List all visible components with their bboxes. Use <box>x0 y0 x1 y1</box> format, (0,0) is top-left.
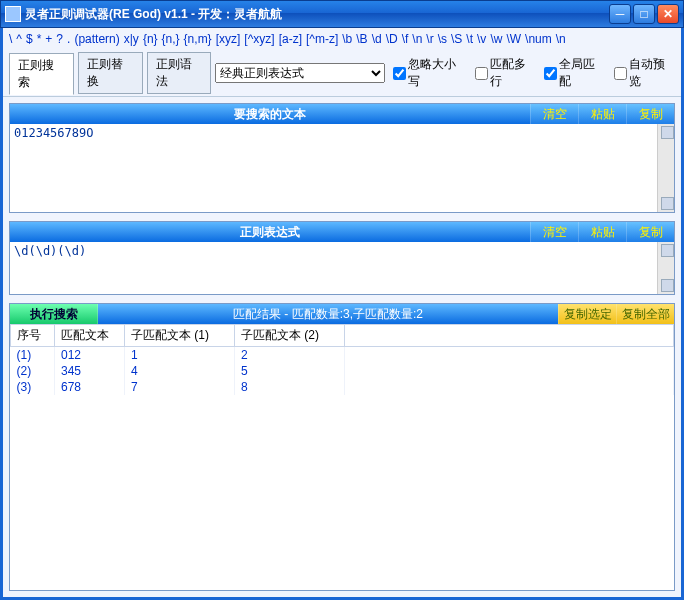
regex-token[interactable]: [^xyz] <box>244 32 274 46</box>
regex-token[interactable]: \t <box>466 32 473 46</box>
window-title: 灵者正则调试器(RE God) v1.1 - 开发：灵者航航 <box>25 6 609 23</box>
copy-selected-button[interactable]: 复制选定 <box>558 304 616 324</box>
table-row[interactable]: (2)34545 <box>11 363 674 379</box>
regex-token[interactable]: + <box>45 32 52 46</box>
panel2-copy-button[interactable]: 复制 <box>626 222 674 242</box>
regex-token[interactable]: \n <box>556 32 566 46</box>
regex-token[interactable]: \v <box>477 32 486 46</box>
copy-all-button[interactable]: 复制全部 <box>616 304 674 324</box>
scrollbar[interactable] <box>657 242 674 294</box>
regex-token[interactable]: \f <box>402 32 409 46</box>
tab-search[interactable]: 正则搜索 <box>9 53 74 95</box>
regex-token[interactable]: {n,} <box>162 32 180 46</box>
panel1-paste-button[interactable]: 粘贴 <box>578 104 626 124</box>
col-header[interactable]: 匹配文本 <box>55 325 125 347</box>
regex-token[interactable]: . <box>67 32 70 46</box>
panel-results: 执行搜索 匹配结果 - 匹配数量:3,子匹配数量:2 复制选定 复制全部 序号匹… <box>9 303 675 591</box>
check-ignorecase[interactable]: 忽略大小写 <box>393 56 466 90</box>
results-grid[interactable]: 序号匹配文本子匹配文本 (1)子匹配文本 (2) (1)01212(2)3454… <box>10 324 674 590</box>
regex-token[interactable]: [^m-z] <box>306 32 338 46</box>
close-button[interactable]: ✕ <box>657 4 679 24</box>
panel2-title: 正则表达式 <box>10 222 530 242</box>
col-header[interactable]: 子匹配文本 (1) <box>125 325 235 347</box>
regex-token[interactable]: \num <box>525 32 552 46</box>
maximize-button[interactable]: □ <box>633 4 655 24</box>
regex-token[interactable]: ? <box>56 32 63 46</box>
col-header[interactable]: 序号 <box>11 325 55 347</box>
titlebar: 灵者正则调试器(RE God) v1.1 - 开发：灵者航航 ─ □ ✕ <box>0 0 684 28</box>
regex-token[interactable]: \D <box>386 32 398 46</box>
regex-token[interactable]: \ <box>9 32 12 46</box>
check-multiline[interactable]: 匹配多行 <box>475 56 536 90</box>
panel2-clear-button[interactable]: 清空 <box>530 222 578 242</box>
regex-token[interactable]: \S <box>451 32 462 46</box>
execute-search-button[interactable]: 执行搜索 <box>10 304 98 324</box>
regex-token[interactable]: \d <box>372 32 382 46</box>
scrollbar[interactable] <box>657 124 674 212</box>
check-autopreview[interactable]: 自动预览 <box>614 56 675 90</box>
table-row[interactable]: (3)67878 <box>11 379 674 395</box>
regex-token[interactable]: (pattern) <box>74 32 119 46</box>
tab-row: 正则搜索 正则替换 正则语法 经典正则表达式 忽略大小写 匹配多行 全局匹配 自… <box>3 50 681 97</box>
regex-token[interactable]: [xyz] <box>216 32 241 46</box>
regex-input[interactable] <box>10 242 674 294</box>
preset-select[interactable]: 经典正则表达式 <box>215 63 385 83</box>
check-global[interactable]: 全局匹配 <box>544 56 605 90</box>
regex-token[interactable]: {n} <box>143 32 158 46</box>
search-text-input[interactable] <box>10 124 674 212</box>
minimize-button[interactable]: ─ <box>609 4 631 24</box>
panel-regex: 正则表达式 清空 粘贴 复制 <box>9 221 675 295</box>
preset-combo[interactable]: 经典正则表达式 <box>215 63 385 83</box>
tab-replace[interactable]: 正则替换 <box>78 52 143 94</box>
regex-token-bar: \^$*+?.(pattern)x|y{n}{n,}{n,m}[xyz][^xy… <box>3 28 681 50</box>
panel-search-text: 要搜索的文本 清空 粘贴 复制 <box>9 103 675 213</box>
panel2-paste-button[interactable]: 粘贴 <box>578 222 626 242</box>
regex-token[interactable]: \W <box>506 32 521 46</box>
regex-token[interactable]: x|y <box>124 32 139 46</box>
regex-token[interactable]: \r <box>426 32 433 46</box>
col-header[interactable]: 子匹配文本 (2) <box>235 325 345 347</box>
regex-token[interactable]: \n <box>412 32 422 46</box>
regex-token[interactable]: $ <box>26 32 33 46</box>
tab-syntax[interactable]: 正则语法 <box>147 52 212 94</box>
regex-token[interactable]: \b <box>342 32 352 46</box>
panel1-copy-button[interactable]: 复制 <box>626 104 674 124</box>
regex-token[interactable]: \B <box>356 32 367 46</box>
regex-token[interactable]: ^ <box>16 32 22 46</box>
regex-token[interactable]: \w <box>490 32 502 46</box>
regex-token[interactable]: [a-z] <box>279 32 302 46</box>
regex-token[interactable]: * <box>37 32 42 46</box>
app-icon <box>5 6 21 22</box>
results-title: 匹配结果 - 匹配数量:3,子匹配数量:2 <box>98 304 558 324</box>
table-row[interactable]: (1)01212 <box>11 347 674 364</box>
regex-token[interactable]: {n,m} <box>184 32 212 46</box>
regex-token[interactable]: \s <box>438 32 447 46</box>
panel1-clear-button[interactable]: 清空 <box>530 104 578 124</box>
panel1-title: 要搜索的文本 <box>10 104 530 124</box>
